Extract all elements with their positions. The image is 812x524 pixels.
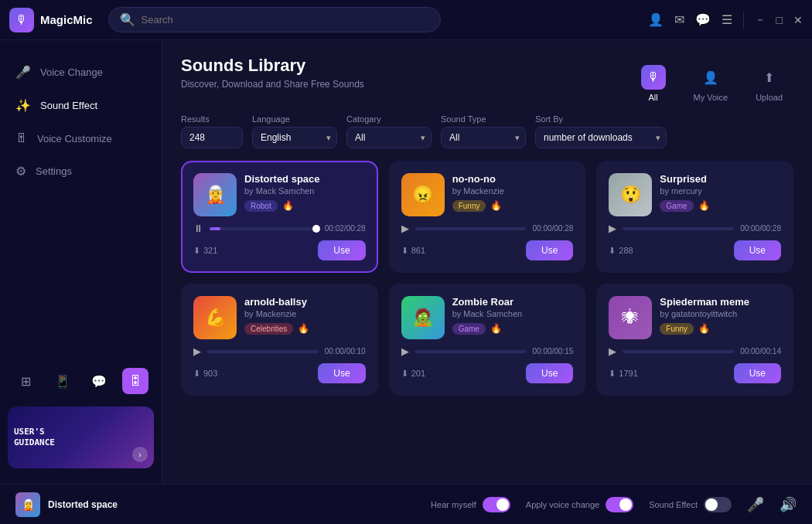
play-button[interactable]: ▶ <box>609 345 616 357</box>
tab-upload[interactable]: ⬆ Upload <box>745 59 793 108</box>
sound-info: Spiederman meme by gatatontoyittwitch Fu… <box>660 296 781 335</box>
sound-name: Surprised <box>660 173 781 185</box>
discord-icon[interactable]: 💬 <box>695 12 711 27</box>
play-button[interactable]: ▶ <box>401 345 409 357</box>
play-button[interactable]: ▶ <box>609 223 616 234</box>
sound-effect-toggle[interactable] <box>704 497 732 512</box>
sound-author: by Mack Samchen <box>244 186 366 196</box>
use-button[interactable]: Use <box>526 240 573 260</box>
mic-button[interactable]: 🎤 <box>747 496 764 513</box>
volume-button[interactable]: 🔊 <box>780 496 797 513</box>
progress-row: ▶ 00:00/00:10 <box>193 345 366 357</box>
hear-myself-label: Hear myself <box>431 500 476 509</box>
close-button[interactable]: ✕ <box>793 14 803 26</box>
sound-card-top: 🕷 Spiederman meme by gatatontoyittwitch … <box>609 296 781 339</box>
sound-effect-icon: ✨ <box>15 98 31 113</box>
user-guidance-card[interactable]: USER'S GUIDANCE › <box>8 407 154 468</box>
download-number: 903 <box>203 369 217 378</box>
sound-card-zombie-roar[interactable]: 🧟 Zombie Roar by Mack Samchen Game 🔥 ▶ <box>389 284 586 396</box>
card-bottom: ⬇ 903 Use <box>193 363 366 383</box>
search-bar[interactable]: 🔍 <box>108 7 441 32</box>
app-logo: 🎙 MagicMic <box>9 8 93 32</box>
download-icon: ⬇ <box>609 369 616 379</box>
progress-bar <box>623 227 734 230</box>
menu-icon[interactable]: ☰ <box>722 12 732 27</box>
now-playing: 🧝 Distorted space <box>15 492 155 517</box>
play-button[interactable]: ▶ <box>401 223 409 234</box>
sound-info: arnold-ballsy by Mackenzie Celebrities 🔥 <box>244 296 366 335</box>
sound-card-no-no-no[interactable]: 😠 no-no-no by Mackenzie Funny 🔥 ▶ <box>389 161 586 273</box>
download-count: ⬇ 903 <box>193 369 217 379</box>
voice-change-icon: 🎤 <box>15 65 31 80</box>
progress-bar <box>623 350 734 353</box>
download-number: 201 <box>411 369 425 378</box>
use-button[interactable]: Use <box>318 240 365 260</box>
sound-thumb-spiderman: 🕷 <box>609 296 652 339</box>
guidance-arrow: › <box>132 447 148 462</box>
use-button[interactable]: Use <box>734 240 781 260</box>
sound-info: Surprised by mercury Game 🔥 <box>660 173 781 212</box>
main-layout: 🎤 Voice Change ✨ Sound Effect 🎚 Voice Cu… <box>0 40 812 484</box>
tab-my-voice[interactable]: 👤 My Voice <box>683 59 739 108</box>
language-select[interactable]: English Chinese Spanish <box>252 127 337 148</box>
download-icon: ⬇ <box>193 369 200 379</box>
pause-button[interactable]: ⏸ <box>193 223 203 234</box>
search-input[interactable] <box>142 14 429 26</box>
sound-card-spiderman-meme[interactable]: 🕷 Spiederman meme by gatatontoyittwitch … <box>596 284 793 396</box>
progress-bar <box>210 227 319 230</box>
download-count: ⬇ 288 <box>609 246 633 256</box>
now-playing-thumb: 🧝 <box>15 492 40 517</box>
sound-tags: Game 🔥 <box>452 323 574 335</box>
minimize-button[interactable]: － <box>755 13 766 27</box>
hear-myself-toggle[interactable] <box>483 497 510 512</box>
page-title: Sounds Library <box>181 56 364 76</box>
sound-author: by Mackenzie <box>452 186 574 196</box>
sound-card-distorted-space[interactable]: 🧝 Distorted space by Mack Samchen Robot … <box>181 161 378 273</box>
sidebar-item-voice-change[interactable]: 🎤 Voice Change <box>0 56 162 89</box>
content-header: Sounds Library Discover, Download and Sh… <box>181 56 364 90</box>
sound-name: arnold-ballsy <box>244 296 366 308</box>
use-button[interactable]: Use <box>318 363 365 383</box>
sound-thumb-surprised: 😲 <box>609 173 652 216</box>
sidebar-item-sound-effect[interactable]: ✨ Sound Effect <box>0 89 162 122</box>
sound-card-arnold-ballsy[interactable]: 💪 arnold-ballsy by Mackenzie Celebrities… <box>181 284 378 396</box>
time-display: 00:02/00:28 <box>325 224 366 233</box>
download-number: 861 <box>411 246 425 255</box>
category-select[interactable]: All Funny Game <box>346 127 432 148</box>
sound-type-select[interactable]: All Short <box>441 127 526 148</box>
sidebar-bottom-icons: ⊞ 📱 💬 🎛 <box>0 362 162 400</box>
download-icon: ⬇ <box>401 246 408 256</box>
sound-card-top: 🧟 Zombie Roar by Mack Samchen Game 🔥 <box>401 296 574 339</box>
sort-select[interactable]: number of downloads newest <box>535 127 667 148</box>
grid-icon-btn[interactable]: ⊞ <box>13 368 39 394</box>
apply-voice-toggle[interactable] <box>606 497 633 512</box>
tab-all[interactable]: 🎙 All <box>630 59 677 108</box>
progress-bar <box>415 227 527 230</box>
now-playing-title: Distorted space <box>48 499 118 510</box>
mail-icon[interactable]: ✉ <box>674 12 684 27</box>
sound-effect-control: Sound Effect <box>649 497 732 512</box>
filters-bar: Results Language English Chinese Spanish… <box>162 114 812 161</box>
sidebar-item-voice-customize[interactable]: 🎚 Voice Customize <box>0 122 162 155</box>
card-bottom: ⬇ 1791 Use <box>609 363 781 383</box>
use-button[interactable]: Use <box>734 363 781 383</box>
chat-icon-btn[interactable]: 💬 <box>86 368 112 394</box>
sound-card-surprised[interactable]: 😲 Surprised by mercury Game 🔥 ▶ <box>596 161 793 273</box>
play-button[interactable]: ▶ <box>193 345 201 357</box>
user-icon[interactable]: 👤 <box>648 12 664 27</box>
sound-type-select-wrap: All Short <box>441 127 526 148</box>
download-number: 321 <box>203 246 217 255</box>
sidebar-item-settings[interactable]: ⚙ Settings <box>0 155 162 188</box>
tab-all-label: All <box>648 93 657 102</box>
sort-filter: Sort By number of downloads newest <box>535 114 667 148</box>
effects-icon-btn[interactable]: 🎛 <box>122 368 148 394</box>
time-display: 00:00/00:14 <box>740 347 781 356</box>
use-button[interactable]: Use <box>526 363 573 383</box>
sound-name: Zombie Roar <box>452 296 574 308</box>
phone-icon-btn[interactable]: 📱 <box>49 368 76 394</box>
card-bottom: ⬇ 321 Use <box>193 240 366 260</box>
maximize-button[interactable]: □ <box>776 14 783 26</box>
sound-card-top: 😲 Surprised by mercury Game 🔥 <box>609 173 781 216</box>
page-subtitle: Discover, Download and Share Free Sounds <box>181 79 364 90</box>
titlebar-divider <box>743 12 744 28</box>
